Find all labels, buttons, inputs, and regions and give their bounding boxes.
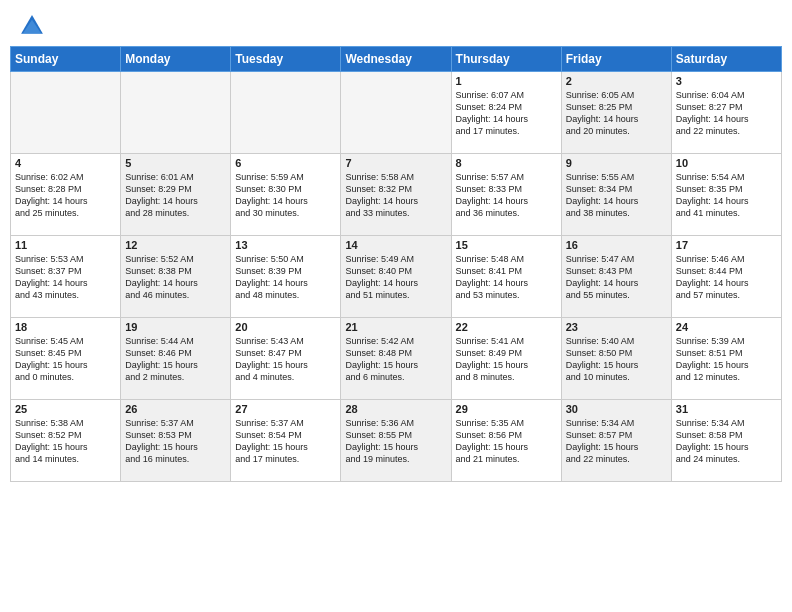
calendar-header-row: SundayMondayTuesdayWednesdayThursdayFrid… <box>11 47 782 72</box>
day-info: Sunrise: 5:37 AM Sunset: 8:53 PM Dayligh… <box>125 417 226 466</box>
day-number: 29 <box>456 403 557 415</box>
day-number: 21 <box>345 321 446 333</box>
page-header <box>0 0 792 46</box>
day-number: 24 <box>676 321 777 333</box>
day-cell: 10Sunrise: 5:54 AM Sunset: 8:35 PM Dayli… <box>671 154 781 236</box>
day-cell: 25Sunrise: 5:38 AM Sunset: 8:52 PM Dayli… <box>11 400 121 482</box>
day-info: Sunrise: 5:41 AM Sunset: 8:49 PM Dayligh… <box>456 335 557 384</box>
day-number: 18 <box>15 321 116 333</box>
day-info: Sunrise: 5:59 AM Sunset: 8:30 PM Dayligh… <box>235 171 336 220</box>
day-info: Sunrise: 5:34 AM Sunset: 8:57 PM Dayligh… <box>566 417 667 466</box>
day-info: Sunrise: 5:47 AM Sunset: 8:43 PM Dayligh… <box>566 253 667 302</box>
day-cell: 21Sunrise: 5:42 AM Sunset: 8:48 PM Dayli… <box>341 318 451 400</box>
day-number: 13 <box>235 239 336 251</box>
week-row-3: 18Sunrise: 5:45 AM Sunset: 8:45 PM Dayli… <box>11 318 782 400</box>
day-cell <box>121 72 231 154</box>
logo <box>18 12 50 40</box>
day-info: Sunrise: 5:46 AM Sunset: 8:44 PM Dayligh… <box>676 253 777 302</box>
logo-icon <box>18 12 46 40</box>
day-info: Sunrise: 6:01 AM Sunset: 8:29 PM Dayligh… <box>125 171 226 220</box>
day-cell: 23Sunrise: 5:40 AM Sunset: 8:50 PM Dayli… <box>561 318 671 400</box>
day-info: Sunrise: 5:39 AM Sunset: 8:51 PM Dayligh… <box>676 335 777 384</box>
day-header-saturday: Saturday <box>671 47 781 72</box>
day-cell: 13Sunrise: 5:50 AM Sunset: 8:39 PM Dayli… <box>231 236 341 318</box>
day-header-tuesday: Tuesday <box>231 47 341 72</box>
day-cell: 6Sunrise: 5:59 AM Sunset: 8:30 PM Daylig… <box>231 154 341 236</box>
day-header-thursday: Thursday <box>451 47 561 72</box>
day-cell: 7Sunrise: 5:58 AM Sunset: 8:32 PM Daylig… <box>341 154 451 236</box>
day-info: Sunrise: 6:02 AM Sunset: 8:28 PM Dayligh… <box>15 171 116 220</box>
day-number: 12 <box>125 239 226 251</box>
day-cell <box>341 72 451 154</box>
day-number: 17 <box>676 239 777 251</box>
day-info: Sunrise: 5:37 AM Sunset: 8:54 PM Dayligh… <box>235 417 336 466</box>
day-cell: 16Sunrise: 5:47 AM Sunset: 8:43 PM Dayli… <box>561 236 671 318</box>
day-header-friday: Friday <box>561 47 671 72</box>
day-header-wednesday: Wednesday <box>341 47 451 72</box>
day-info: Sunrise: 5:35 AM Sunset: 8:56 PM Dayligh… <box>456 417 557 466</box>
day-number: 25 <box>15 403 116 415</box>
day-number: 31 <box>676 403 777 415</box>
day-info: Sunrise: 5:57 AM Sunset: 8:33 PM Dayligh… <box>456 171 557 220</box>
day-number: 11 <box>15 239 116 251</box>
day-cell: 17Sunrise: 5:46 AM Sunset: 8:44 PM Dayli… <box>671 236 781 318</box>
day-cell: 19Sunrise: 5:44 AM Sunset: 8:46 PM Dayli… <box>121 318 231 400</box>
day-info: Sunrise: 5:40 AM Sunset: 8:50 PM Dayligh… <box>566 335 667 384</box>
day-number: 22 <box>456 321 557 333</box>
day-cell: 20Sunrise: 5:43 AM Sunset: 8:47 PM Dayli… <box>231 318 341 400</box>
day-cell: 12Sunrise: 5:52 AM Sunset: 8:38 PM Dayli… <box>121 236 231 318</box>
day-info: Sunrise: 5:54 AM Sunset: 8:35 PM Dayligh… <box>676 171 777 220</box>
day-cell: 31Sunrise: 5:34 AM Sunset: 8:58 PM Dayli… <box>671 400 781 482</box>
day-number: 27 <box>235 403 336 415</box>
day-cell: 14Sunrise: 5:49 AM Sunset: 8:40 PM Dayli… <box>341 236 451 318</box>
day-info: Sunrise: 5:45 AM Sunset: 8:45 PM Dayligh… <box>15 335 116 384</box>
calendar-wrapper: SundayMondayTuesdayWednesdayThursdayFrid… <box>0 46 792 488</box>
day-number: 14 <box>345 239 446 251</box>
day-info: Sunrise: 5:49 AM Sunset: 8:40 PM Dayligh… <box>345 253 446 302</box>
week-row-0: 1Sunrise: 6:07 AM Sunset: 8:24 PM Daylig… <box>11 72 782 154</box>
day-cell: 9Sunrise: 5:55 AM Sunset: 8:34 PM Daylig… <box>561 154 671 236</box>
day-cell: 15Sunrise: 5:48 AM Sunset: 8:41 PM Dayli… <box>451 236 561 318</box>
day-info: Sunrise: 5:53 AM Sunset: 8:37 PM Dayligh… <box>15 253 116 302</box>
day-info: Sunrise: 5:36 AM Sunset: 8:55 PM Dayligh… <box>345 417 446 466</box>
day-number: 19 <box>125 321 226 333</box>
day-info: Sunrise: 5:44 AM Sunset: 8:46 PM Dayligh… <box>125 335 226 384</box>
day-cell: 8Sunrise: 5:57 AM Sunset: 8:33 PM Daylig… <box>451 154 561 236</box>
day-number: 26 <box>125 403 226 415</box>
day-info: Sunrise: 5:50 AM Sunset: 8:39 PM Dayligh… <box>235 253 336 302</box>
day-number: 30 <box>566 403 667 415</box>
day-info: Sunrise: 6:05 AM Sunset: 8:25 PM Dayligh… <box>566 89 667 138</box>
week-row-4: 25Sunrise: 5:38 AM Sunset: 8:52 PM Dayli… <box>11 400 782 482</box>
day-number: 28 <box>345 403 446 415</box>
day-number: 9 <box>566 157 667 169</box>
day-cell: 2Sunrise: 6:05 AM Sunset: 8:25 PM Daylig… <box>561 72 671 154</box>
day-cell: 30Sunrise: 5:34 AM Sunset: 8:57 PM Dayli… <box>561 400 671 482</box>
day-cell: 26Sunrise: 5:37 AM Sunset: 8:53 PM Dayli… <box>121 400 231 482</box>
day-number: 6 <box>235 157 336 169</box>
day-number: 8 <box>456 157 557 169</box>
day-number: 16 <box>566 239 667 251</box>
day-cell: 29Sunrise: 5:35 AM Sunset: 8:56 PM Dayli… <box>451 400 561 482</box>
day-info: Sunrise: 5:43 AM Sunset: 8:47 PM Dayligh… <box>235 335 336 384</box>
day-number: 7 <box>345 157 446 169</box>
day-info: Sunrise: 6:04 AM Sunset: 8:27 PM Dayligh… <box>676 89 777 138</box>
day-number: 10 <box>676 157 777 169</box>
day-number: 2 <box>566 75 667 87</box>
day-info: Sunrise: 5:34 AM Sunset: 8:58 PM Dayligh… <box>676 417 777 466</box>
day-cell <box>11 72 121 154</box>
week-row-1: 4Sunrise: 6:02 AM Sunset: 8:28 PM Daylig… <box>11 154 782 236</box>
day-cell: 18Sunrise: 5:45 AM Sunset: 8:45 PM Dayli… <box>11 318 121 400</box>
week-row-2: 11Sunrise: 5:53 AM Sunset: 8:37 PM Dayli… <box>11 236 782 318</box>
day-number: 15 <box>456 239 557 251</box>
day-number: 20 <box>235 321 336 333</box>
day-header-sunday: Sunday <box>11 47 121 72</box>
day-info: Sunrise: 5:42 AM Sunset: 8:48 PM Dayligh… <box>345 335 446 384</box>
day-number: 3 <box>676 75 777 87</box>
day-number: 1 <box>456 75 557 87</box>
day-number: 4 <box>15 157 116 169</box>
day-cell: 11Sunrise: 5:53 AM Sunset: 8:37 PM Dayli… <box>11 236 121 318</box>
day-info: Sunrise: 5:55 AM Sunset: 8:34 PM Dayligh… <box>566 171 667 220</box>
day-cell: 1Sunrise: 6:07 AM Sunset: 8:24 PM Daylig… <box>451 72 561 154</box>
day-cell: 27Sunrise: 5:37 AM Sunset: 8:54 PM Dayli… <box>231 400 341 482</box>
day-info: Sunrise: 6:07 AM Sunset: 8:24 PM Dayligh… <box>456 89 557 138</box>
